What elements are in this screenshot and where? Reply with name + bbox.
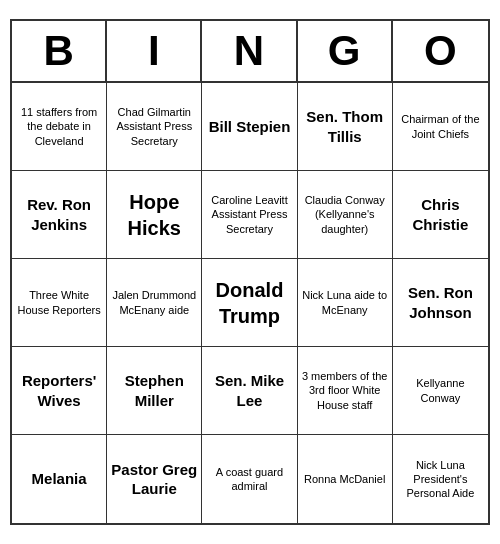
bingo-letter-o: O: [393, 21, 488, 81]
bingo-cell-6: Hope Hicks: [107, 171, 202, 259]
cell-text-6: Hope Hicks: [111, 189, 197, 241]
cell-text-17: Sen. Mike Lee: [206, 371, 292, 410]
bingo-letter-g: G: [298, 21, 393, 81]
bingo-cell-9: Chris Christie: [393, 171, 488, 259]
cell-text-0: 11 staffers from the debate in Cleveland: [16, 105, 102, 148]
cell-text-4: Chairman of the Joint Chiefs: [397, 112, 484, 141]
bingo-cell-7: Caroline Leavitt Assistant Press Secreta…: [202, 171, 297, 259]
cell-text-21: Pastor Greg Laurie: [111, 460, 197, 499]
bingo-cell-3: Sen. Thom Tillis: [298, 83, 393, 171]
cell-text-8: Claudia Conway (Kellyanne's daughter): [302, 193, 388, 236]
bingo-cell-12: Donald Trump: [202, 259, 297, 347]
bingo-grid: 11 staffers from the debate in Cleveland…: [12, 83, 488, 523]
bingo-cell-5: Rev. Ron Jenkins: [12, 171, 107, 259]
bingo-letter-n: N: [202, 21, 297, 81]
bingo-card: BINGO 11 staffers from the debate in Cle…: [10, 19, 490, 525]
bingo-cell-14: Sen. Ron Johnson: [393, 259, 488, 347]
cell-text-14: Sen. Ron Johnson: [397, 283, 484, 322]
bingo-cell-18: 3 members of the 3rd floor White House s…: [298, 347, 393, 435]
cell-text-20: Melania: [32, 469, 87, 489]
cell-text-23: Ronna McDaniel: [304, 472, 385, 486]
bingo-cell-16: Stephen Miller: [107, 347, 202, 435]
cell-text-10: Three White House Reporters: [16, 288, 102, 317]
bingo-cell-24: Nick Luna President's Personal Aide: [393, 435, 488, 523]
bingo-cell-21: Pastor Greg Laurie: [107, 435, 202, 523]
bingo-cell-4: Chairman of the Joint Chiefs: [393, 83, 488, 171]
cell-text-15: Reporters' Wives: [16, 371, 102, 410]
bingo-cell-15: Reporters' Wives: [12, 347, 107, 435]
bingo-cell-10: Three White House Reporters: [12, 259, 107, 347]
bingo-cell-20: Melania: [12, 435, 107, 523]
bingo-cell-11: Jalen Drummond McEnany aide: [107, 259, 202, 347]
bingo-cell-17: Sen. Mike Lee: [202, 347, 297, 435]
bingo-cell-0: 11 staffers from the debate in Cleveland: [12, 83, 107, 171]
cell-text-1: Chad Gilmartin Assistant Press Secretary: [111, 105, 197, 148]
bingo-cell-2: Bill Stepien: [202, 83, 297, 171]
cell-text-9: Chris Christie: [397, 195, 484, 234]
cell-text-12: Donald Trump: [206, 277, 292, 329]
bingo-cell-1: Chad Gilmartin Assistant Press Secretary: [107, 83, 202, 171]
bingo-cell-22: A coast guard admiral: [202, 435, 297, 523]
bingo-cell-23: Ronna McDaniel: [298, 435, 393, 523]
cell-text-13: Nick Luna aide to McEnany: [302, 288, 388, 317]
cell-text-2: Bill Stepien: [209, 117, 291, 137]
cell-text-24: Nick Luna President's Personal Aide: [397, 458, 484, 501]
bingo-cell-19: Kellyanne Conway: [393, 347, 488, 435]
cell-text-18: 3 members of the 3rd floor White House s…: [302, 369, 388, 412]
bingo-cell-13: Nick Luna aide to McEnany: [298, 259, 393, 347]
bingo-cell-8: Claudia Conway (Kellyanne's daughter): [298, 171, 393, 259]
cell-text-5: Rev. Ron Jenkins: [16, 195, 102, 234]
cell-text-3: Sen. Thom Tillis: [302, 107, 388, 146]
cell-text-22: A coast guard admiral: [206, 465, 292, 494]
cell-text-19: Kellyanne Conway: [397, 376, 484, 405]
cell-text-11: Jalen Drummond McEnany aide: [111, 288, 197, 317]
cell-text-7: Caroline Leavitt Assistant Press Secreta…: [206, 193, 292, 236]
bingo-header: BINGO: [12, 21, 488, 83]
bingo-letter-i: I: [107, 21, 202, 81]
cell-text-16: Stephen Miller: [111, 371, 197, 410]
bingo-letter-b: B: [12, 21, 107, 81]
